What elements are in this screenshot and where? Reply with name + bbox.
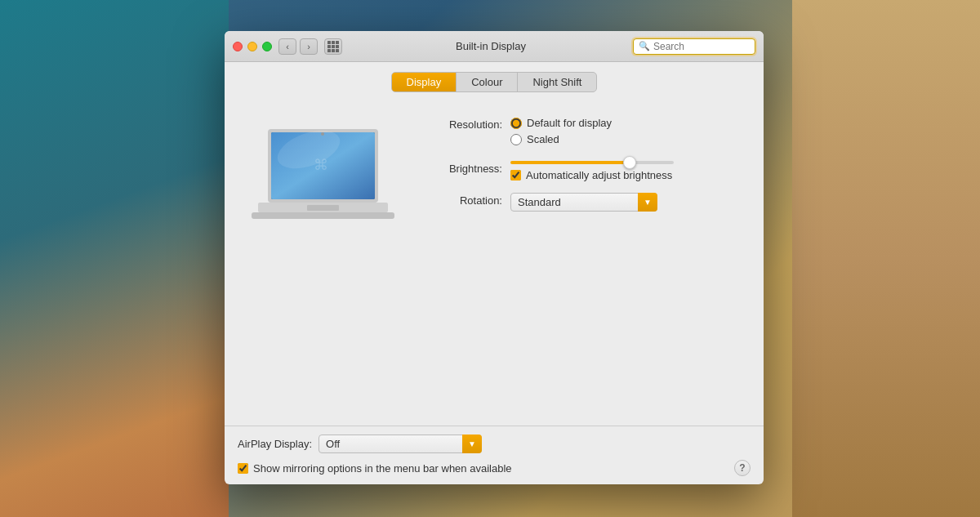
- spacer: [225, 271, 764, 426]
- search-input[interactable]: [653, 41, 750, 52]
- resolution-scaled-option: Scaled: [510, 133, 747, 145]
- mirroring-label: Show mirroring options in the menu bar w…: [253, 462, 512, 475]
- tabs-container: Display Colour Night Shift: [391, 72, 598, 92]
- resolution-scaled-radio[interactable]: [510, 134, 522, 145]
- resolution-label: Resolution:: [421, 117, 510, 131]
- brightness-container: Automatically adjust brightness: [510, 161, 747, 181]
- brightness-row: Brightness: Automatically adjust brightn…: [421, 161, 747, 181]
- laptop-section: ⌘: [241, 117, 404, 271]
- resolution-control: Default for display Scaled: [510, 117, 747, 149]
- auto-brightness-checkbox[interactable]: [510, 170, 521, 181]
- mirroring-checkbox[interactable]: [238, 463, 248, 474]
- grid-button[interactable]: [324, 38, 342, 55]
- resolution-default-radio[interactable]: [510, 118, 522, 129]
- content-area: Display Colour Night Shift: [225, 62, 764, 484]
- help-icon: ?: [739, 462, 745, 474]
- minimize-button[interactable]: [247, 42, 257, 51]
- traffic-lights: [233, 42, 272, 51]
- resolution-default-label: Default for display: [527, 117, 612, 129]
- svg-point-4: [321, 132, 324, 136]
- brightness-control: Automatically adjust brightness: [510, 161, 747, 181]
- auto-brightness-label: Automatically adjust brightness: [526, 169, 672, 181]
- airplay-select[interactable]: Off On: [318, 435, 482, 453]
- resolution-scaled-label: Scaled: [527, 133, 559, 145]
- rotation-label: Rotation:: [421, 193, 510, 207]
- airplay-dropdown-wrapper: Off On ▼: [318, 435, 482, 453]
- bottom-bar: AirPlay Display: Off On ▼ Show mirroring…: [225, 426, 764, 484]
- tab-night-shift[interactable]: Night Shift: [518, 73, 596, 91]
- tabs-bar: Display Colour Night Shift: [225, 62, 764, 100]
- help-button[interactable]: ?: [734, 460, 751, 476]
- airplay-label: AirPlay Display:: [238, 438, 312, 450]
- forward-button[interactable]: ›: [300, 38, 318, 55]
- auto-brightness: Automatically adjust brightness: [510, 169, 747, 181]
- grid-icon: [327, 41, 339, 52]
- resolution-default-option: Default for display: [510, 117, 747, 129]
- brightness-slider[interactable]: [510, 161, 674, 164]
- brightness-label: Brightness:: [421, 161, 510, 175]
- tab-display[interactable]: Display: [392, 73, 457, 91]
- mirroring-left: Show mirroring options in the menu bar w…: [238, 462, 512, 475]
- titlebar: ‹ › Built-in Display 🔍: [225, 31, 764, 62]
- svg-rect-6: [252, 212, 394, 219]
- search-box[interactable]: 🔍: [633, 38, 755, 55]
- bg-right-panel: [792, 0, 980, 517]
- nav-buttons: ‹ ›: [278, 38, 318, 55]
- svg-rect-7: [307, 205, 339, 211]
- display-settings-window: ‹ › Built-in Display 🔍 Display Colour: [225, 31, 764, 484]
- tab-colour[interactable]: Colour: [457, 73, 518, 91]
- back-button[interactable]: ‹: [278, 38, 296, 55]
- main-panel: ⌘ Resolution: Default for display: [225, 100, 764, 271]
- airplay-row: AirPlay Display: Off On ▼: [238, 435, 751, 453]
- window-title: Built-in Display: [349, 40, 633, 52]
- rotation-select[interactable]: Standard 90° 180° 270°: [510, 193, 657, 212]
- svg-text:⌘: ⌘: [314, 157, 328, 173]
- close-button[interactable]: [233, 42, 243, 51]
- bg-left-panel: [0, 0, 229, 517]
- rotation-control: Standard 90° 180° 270° ▼: [510, 193, 747, 212]
- settings-section: Resolution: Default for display Scaled: [404, 117, 747, 271]
- rotation-row: Rotation: Standard 90° 180° 270° ▼: [421, 193, 747, 212]
- resolution-row: Resolution: Default for display Scaled: [421, 117, 747, 149]
- rotation-dropdown-wrapper: Standard 90° 180° 270° ▼: [510, 193, 657, 212]
- mirroring-row: Show mirroring options in the menu bar w…: [238, 460, 751, 476]
- laptop-image: ⌘: [252, 125, 394, 239]
- slider-wrapper: [510, 161, 747, 164]
- maximize-button[interactable]: [262, 42, 272, 51]
- search-icon: 🔍: [639, 41, 650, 51]
